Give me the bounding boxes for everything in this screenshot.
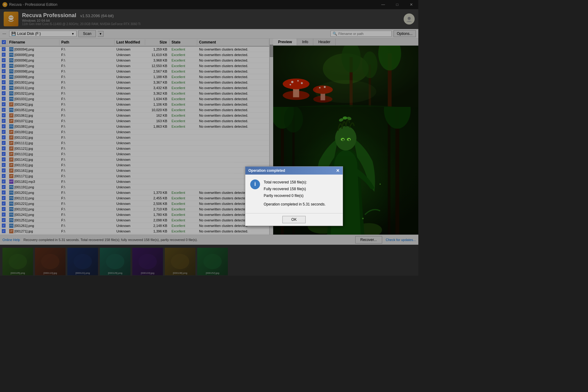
ok-button[interactable]: OK <box>282 216 305 223</box>
dialog-title: Operation completed ✕ <box>245 167 343 175</box>
operation-completed-dialog: Operation completed ✕ i Total recovered … <box>245 166 343 226</box>
dialog-close-button[interactable]: ✕ <box>336 168 340 173</box>
dialog-timing: Operation completed in 5.31 seconds. <box>264 202 338 207</box>
dialog-line3: Partly recovered 0 file(s) <box>264 193 338 198</box>
info-icon: i <box>250 179 260 189</box>
dialog-title-text: Operation completed <box>248 168 285 173</box>
dialog-overlay: Operation completed ✕ i Total recovered … <box>0 0 418 276</box>
dialog-content: i Total recovered 158 file(s): Fully rec… <box>245 175 343 213</box>
dialog-line1: Total recovered 158 file(s): <box>264 179 338 185</box>
dialog-footer: OK <box>245 213 343 226</box>
dialog-line2: Fully recovered 158 file(s) <box>264 186 338 192</box>
dialog-text: Total recovered 158 file(s): Fully recov… <box>264 179 338 208</box>
